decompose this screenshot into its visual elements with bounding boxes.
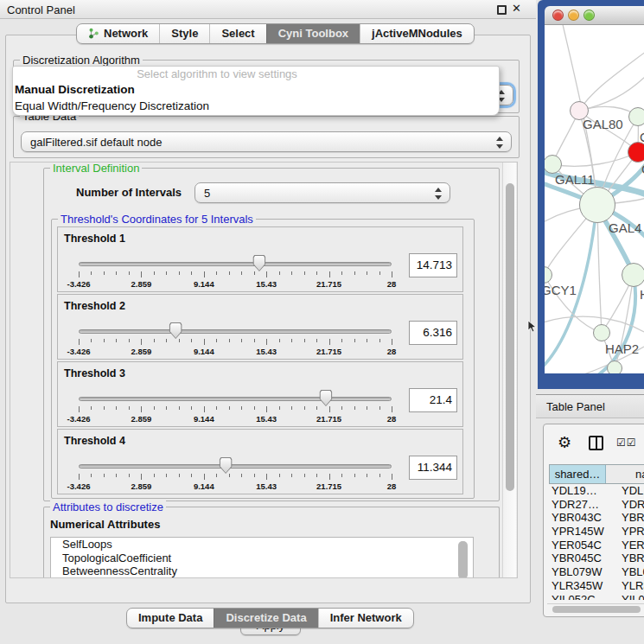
network-node[interactable]: [579, 187, 615, 223]
table-cell: YPR145W: [549, 525, 605, 539]
screen: Control Panel ✕ NetworkStyleSelectCyni T…: [0, 0, 644, 644]
number-of-intervals-combobox[interactable]: 5: [194, 182, 450, 203]
table-row[interactable]: YBL079WYBL0: [549, 565, 644, 579]
table-cell: YBR043C: [549, 511, 605, 525]
number-of-intervals-label: Number of Intervals: [76, 186, 182, 199]
tab-label: Network: [104, 27, 148, 40]
slider-track[interactable]: [79, 464, 392, 469]
tick-label: 28: [387, 347, 397, 356]
gear-icon[interactable]: ⚙: [558, 433, 571, 452]
numerical-attributes-list[interactable]: SelfLoopsTopologicalCoefficientBetweenne…: [50, 537, 474, 578]
slider-thumb[interactable]: [220, 457, 233, 474]
minimize-window-icon[interactable]: [568, 10, 579, 21]
threshold-slider[interactable]: -3.4262.8599.14415.4321.71528: [79, 395, 392, 424]
tab-cyni-toolbox[interactable]: Cyni Toolbox: [266, 24, 360, 43]
tab-label: Select: [221, 27, 254, 40]
tick-label: 15.43: [256, 481, 277, 491]
table-row[interactable]: YDR27…YDR2: [549, 498, 644, 512]
tab-network[interactable]: Network: [77, 24, 159, 43]
tab-infer-network[interactable]: Infer Network: [318, 609, 413, 628]
table-cell: YLR345W: [549, 579, 605, 593]
network-node[interactable]: [622, 263, 644, 287]
network-node[interactable]: [628, 107, 644, 126]
table-cell: YBR0: [605, 511, 644, 525]
table-header-row: shared… na: [549, 464, 644, 484]
settings-viewport: Interval Definition Number of Intervals …: [10, 162, 518, 578]
table-cell: YDL19…: [549, 484, 605, 498]
tick-label: 15.43: [256, 347, 277, 356]
table-rows: YDL19…YDL1YDR27…YDR2YBR043CYBR0YPR145WYP…: [549, 484, 644, 600]
table-hscrollbar[interactable]: [547, 603, 644, 613]
slider-thumb[interactable]: [252, 255, 265, 271]
settings-scrollbar[interactable]: [502, 163, 516, 577]
tick-label: 21.715: [316, 347, 341, 356]
slider-thumb[interactable]: [169, 322, 182, 339]
table-row[interactable]: YPR145WYPR1: [549, 525, 644, 539]
table-row[interactable]: YBR043CYBR0: [549, 511, 644, 525]
table-row[interactable]: YER054CYER0: [549, 539, 644, 552]
threshold-label: Threshold 2: [64, 300, 125, 312]
slider-track[interactable]: [79, 397, 392, 401]
attribute-item[interactable]: BetweennessCentrality: [51, 564, 473, 578]
threshold-slider[interactable]: -3.4262.8599.14415.4321.71528: [79, 260, 392, 290]
column-layout-icon[interactable]: [589, 436, 603, 450]
network-canvas[interactable]: GAL80GACGAL11GAL4GCY1HHAP2: [545, 25, 644, 373]
table-cell: YBR045C: [549, 552, 605, 565]
attribute-item[interactable]: TopologicalCoefficient: [51, 552, 473, 565]
threshold-value-field[interactable]: 11.344: [409, 456, 457, 480]
table-row[interactable]: YDL19…YDL1: [549, 484, 644, 498]
slider-track[interactable]: [79, 262, 392, 266]
tick-label: 2.859: [131, 347, 152, 356]
threshold-value-field[interactable]: 14.713: [409, 253, 457, 277]
tab-label: Cyni Toolbox: [278, 27, 348, 40]
table-panel-header: Table Panel: [536, 394, 644, 418]
threshold-panel: Threshold 4 -3.4262.8599.14415.4321.7152…: [57, 429, 463, 494]
column-header-shared-name[interactable]: shared…: [550, 465, 606, 483]
network-node[interactable]: [607, 360, 622, 373]
threshold-slider[interactable]: -3.4262.8599.14415.4321.71528: [79, 462, 392, 492]
threshold-value-field[interactable]: 6.316: [409, 321, 457, 345]
slider-thumb[interactable]: [319, 390, 332, 406]
table-row[interactable]: YIL052CYIL0: [549, 593, 644, 601]
table-hscrollbar-thumb[interactable]: [552, 606, 641, 613]
table-row[interactable]: YBR045CYBR0: [549, 552, 644, 565]
slider-ticks: [79, 339, 392, 346]
table-data-combobox[interactable]: galFiltered.sif default node: [21, 131, 512, 152]
node-label: H: [640, 287, 644, 302]
node-label: GAL4: [609, 220, 641, 235]
tab-discretize-data[interactable]: Discretize Data: [214, 609, 317, 628]
threshold-slider[interactable]: -3.4262.8599.14415.4321.71528: [79, 328, 392, 357]
slider-tick-labels: -3.4262.8599.14415.4321.71528: [79, 481, 392, 491]
network-node[interactable]: [593, 324, 610, 341]
slider-ticks: [79, 474, 392, 481]
tab-impute-data[interactable]: Impute Data: [127, 609, 214, 628]
node-table: shared… na YDL19…YDL1YDR27…YDR2YBR043CYB…: [549, 464, 644, 600]
checkbox-columns-icon[interactable]: ☑☑: [616, 437, 637, 449]
interval-definition-group: Interval Definition Number of Intervals …: [43, 168, 500, 501]
tab-style[interactable]: Style: [159, 24, 209, 43]
network-view-window[interactable]: GAL80GACGAL11GAL4GCY1HHAP2: [538, 0, 644, 389]
zoom-window-icon[interactable]: [583, 10, 595, 21]
dropdown-option-manual-discretization[interactable]: Manual Discretization: [13, 81, 499, 98]
column-header-name[interactable]: na: [606, 465, 644, 483]
tick-label: -3.426: [67, 347, 91, 356]
table-row[interactable]: YLR345WYLR3: [549, 579, 644, 593]
close-window-icon[interactable]: [552, 10, 564, 21]
tick-label: 9.144: [194, 279, 214, 289]
tab-select[interactable]: Select: [209, 24, 265, 43]
table-panel: ⚙ ☑☑ shared… na YDL19…YDL1YDR27…YDR2YBR0…: [543, 424, 644, 617]
bottom-tab-bar: Impute DataDiscretize DataInfer Network: [126, 608, 414, 628]
attribute-item[interactable]: SelfLoops: [51, 538, 473, 552]
close-icon[interactable]: ✕: [512, 2, 521, 15]
attributes-group: Attributes to discretize Numerical Attri…: [43, 507, 500, 578]
attributes-scrollbar[interactable]: [458, 541, 468, 578]
network-node[interactable]: [628, 142, 644, 163]
settings-scrollbar-thumb[interactable]: [506, 183, 514, 491]
tab-jactivemnodules[interactable]: jActiveMNodules: [360, 24, 474, 43]
table-cell: YPR1: [605, 525, 644, 539]
table-cell: YDL1: [605, 484, 644, 498]
threshold-value-field[interactable]: 21.4: [409, 388, 457, 412]
dropdown-option-equal-width[interactable]: Equal Width/Frequency Discretization: [13, 98, 499, 114]
slider-track[interactable]: [79, 329, 392, 334]
float-window-icon[interactable]: [497, 5, 507, 15]
